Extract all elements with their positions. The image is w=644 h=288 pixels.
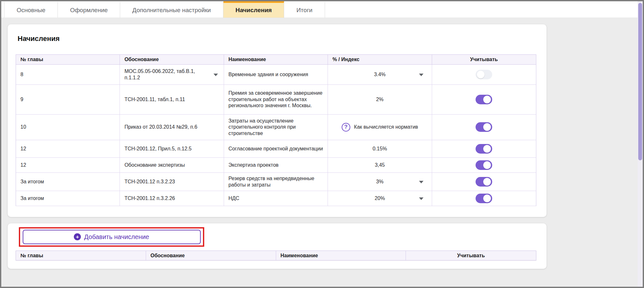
chevron-down-icon[interactable] [419,74,423,76]
chapter-cell: За итогом [16,173,120,191]
col-header-name: Наименование [224,55,328,64]
toggle-knob [483,178,491,186]
toggle-knob [477,71,485,78]
name-cell: Затраты на осуществление строительного к… [224,115,328,140]
enabled-cell [432,191,536,206]
enabled-toggle[interactable] [476,122,492,132]
toggle-knob [483,195,491,202]
col-header-enabled: Учитывать [406,251,536,260]
toggle-knob [483,123,491,131]
tab-bar: Основные Оформление Дополнительные настр… [1,1,643,18]
basis-text: ТСН-2001.12 п.3.2.23 [124,179,175,185]
toggle-knob [483,145,491,153]
new-accrual-table: № главы Обоснование Наименование Учитыва… [16,251,536,261]
value-text: 3.4% [374,71,385,78]
value-cell: ? Как вычисляется норматив [328,115,432,140]
enabled-toggle[interactable] [476,95,492,104]
tab-oformlenie[interactable]: Оформление [58,1,120,18]
table-row: 8 МОС.05.05-006.2022, таб.В.1, п.1.1.2 В… [16,65,536,85]
question-circle-icon[interactable]: ? [342,123,350,132]
name-cell: Экспертиза проектов [224,158,328,172]
enabled-cell [432,140,536,157]
chevron-down-icon[interactable] [213,74,218,76]
add-accrual-button-label: Добавить начисление [84,233,149,241]
col-header-basis: Обоснование [120,55,224,64]
name-cell: Временные здания и сооружения [224,65,328,84]
basis-cell: ТСН-2001.12, Прил.5, п.12.5 [120,140,224,157]
enabled-toggle[interactable] [476,144,492,154]
add-accrual-card: + Добавить начисление № главы Обосновани… [8,223,547,269]
value-cell: 20% [328,191,432,206]
chapter-cell: За итогом [16,191,120,206]
enabled-cell [432,115,536,140]
col-header-chapter: № главы [16,251,146,260]
chapter-cell: 12 [16,140,120,157]
tab-dop-nastroyki[interactable]: Дополнительные настройки [120,1,223,18]
basis-text: МОС.05.05-006.2022, таб.В.1, п.1.1.2 [124,68,208,81]
value-text: 20% [375,195,385,202]
add-accrual-button[interactable]: + Добавить начисление [23,230,201,244]
enabled-toggle[interactable] [476,194,492,203]
value-text: 0.15% [373,146,387,152]
plus-icon: + [74,233,81,240]
name-cell: Резерв средств на непредвиденные работы … [224,173,328,191]
norm-help: ? Как вычисляется норматив [342,123,418,132]
table-header-row: № главы Обоснование Наименование % / Инд… [16,55,536,65]
table-header-row: № главы Обоснование Наименование Учитыва… [16,251,536,260]
enabled-cell [432,158,536,172]
toggle-knob [483,161,491,169]
basis-text: Приказ от 20.03.2014 №29, п.6 [124,124,197,130]
tab-osnovnye[interactable]: Основные [4,1,58,18]
accruals-card: Начисления № главы Обоснование Наименова… [8,24,547,217]
tab-nachisleniya[interactable]: Начисления [223,1,284,18]
col-header-enabled: Учитывать [432,55,536,64]
enabled-cell [432,85,536,114]
name-cell: Согласование проектной документации [224,140,328,157]
name-cell: НДС [224,191,328,206]
chapter-cell: 12 [16,158,120,172]
col-header-value: % / Индекс [328,55,432,64]
chevron-down-icon[interactable] [419,181,423,183]
basis-cell: Обоснование экспертизы [120,158,224,172]
chapter-cell: 9 [16,85,120,114]
table-row: За итогом ТСН-2001.12 п.3.2.26 НДС 20% [16,191,536,206]
basis-cell: ТСН-2001.11, табл.1, п.11 [120,85,224,114]
value-cell: 2% [328,85,432,114]
app-window: Основные Оформление Дополнительные настр… [0,0,644,288]
table-row: 10 Приказ от 20.03.2014 №29, п.6 Затраты… [16,115,536,140]
basis-cell: ТСН-2001.12 п.3.2.26 [120,191,224,206]
basis-cell: Приказ от 20.03.2014 №29, п.6 [120,115,224,140]
table-row: 12 Обоснование экспертизы Экспертиза про… [16,158,536,173]
scrollbar-track[interactable] [638,1,643,287]
basis-text: ТСН-2001.12 п.3.2.26 [124,195,175,202]
accruals-table: № главы Обоснование Наименование % / Инд… [16,54,536,206]
name-cell: Премия за своевременное завершение строи… [224,85,328,114]
value-cell: 3% [328,173,432,191]
enabled-toggle[interactable] [476,177,492,187]
value-text: 2% [376,96,384,103]
basis-text: ТСН-2001.12, Прил.5, п.12.5 [124,146,191,152]
scrollbar-thumb[interactable] [638,3,642,160]
toggle-knob [483,96,491,103]
enabled-toggle[interactable] [476,70,492,79]
chevron-down-icon[interactable] [419,197,423,200]
table-row: 9 ТСН-2001.11, табл.1, п.11 Премия за св… [16,85,536,115]
enabled-toggle[interactable] [476,160,492,170]
value-cell: 0.15% [328,140,432,157]
enabled-cell [432,173,536,191]
value-cell: 3,45 [328,158,432,172]
red-annotation-box: + Добавить начисление [19,227,204,247]
table-row: 12 ТСН-2001.12, Прил.5, п.12.5 Согласова… [16,140,536,158]
basis-cell: ТСН-2001.12 п.3.2.23 [120,173,224,191]
tab-itogi[interactable]: Итоги [284,1,325,18]
basis-cell: МОС.05.05-006.2022, таб.В.1, п.1.1.2 [120,65,224,84]
basis-text: Обоснование экспертизы [124,162,185,168]
chapter-cell: 8 [16,65,120,84]
col-header-basis: Обоснование [146,251,276,260]
table-row: За итогом ТСН-2001.12 п.3.2.23 Резерв ср… [16,173,536,191]
col-header-name: Наименование [276,251,406,260]
page-content: Начисления № главы Обоснование Наименова… [1,18,643,269]
norm-help-label: Как вычисляется норматив [354,124,418,130]
col-header-chapter: № главы [16,55,120,64]
value-text: 3,45 [375,162,385,168]
